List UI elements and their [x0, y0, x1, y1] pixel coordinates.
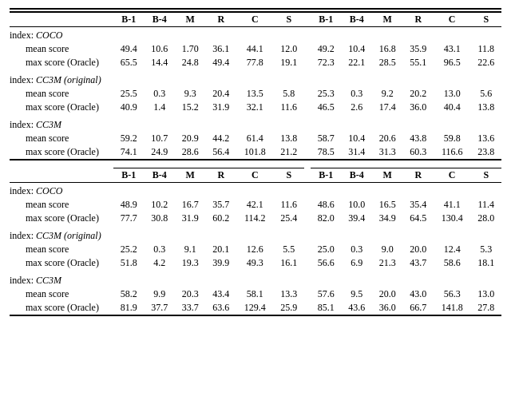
cell-k40-0: 57.6 — [311, 287, 342, 301]
cell-k40-2: 34.9 — [372, 212, 403, 225]
cell-k20-2: 19.3 — [175, 256, 206, 270]
cell-k5-5: 11.6 — [273, 101, 304, 114]
cell-k10-3: 35.9 — [402, 42, 434, 56]
row-label: max score (Oracle) — [10, 301, 113, 315]
cell-k20-5: 11.6 — [273, 198, 304, 212]
col-s-k5: S — [273, 12, 304, 27]
col-s-k40: S — [470, 168, 501, 183]
cell-k5-5: 21.2 — [273, 145, 304, 160]
cell-k40-3: 66.7 — [402, 301, 434, 315]
cell-k20-2: 20.3 — [175, 287, 206, 301]
cell-k20-0: 25.2 — [113, 243, 145, 256]
cell-k10-0: 46.5 — [311, 101, 342, 114]
cell-k40-0: 25.0 — [311, 243, 342, 256]
cell-k5-3: 56.4 — [206, 145, 237, 160]
cell-k5-3: 49.4 — [206, 56, 237, 69]
cell-k10-3: 55.1 — [402, 56, 434, 69]
cell-k20-0: 51.8 — [113, 256, 145, 270]
cell-k5-1: 1.4 — [145, 101, 176, 114]
index-label-2: index: CC3M — [10, 114, 501, 132]
cell-k10-1: 0.3 — [341, 87, 372, 101]
cell-k5-2: 1.70 — [175, 42, 206, 56]
row-label: mean score — [10, 87, 113, 101]
col-s-k20: S — [273, 168, 304, 183]
col-b4-k20: B-4 — [145, 168, 176, 183]
cell-k5-3: 44.2 — [206, 132, 237, 145]
row-label: max score (Oracle) — [10, 56, 113, 69]
cell-k5-5: 13.8 — [273, 132, 304, 145]
col-c-k20: C — [236, 168, 273, 183]
cell-k40-0: 48.6 — [311, 198, 342, 212]
cell-k20-1: 30.8 — [145, 212, 176, 225]
cell-k5-2: 20.9 — [175, 132, 206, 145]
cell-k40-1: 39.4 — [341, 212, 372, 225]
cell-k5-4: 61.4 — [236, 132, 273, 145]
cell-k10-2: 16.8 — [372, 42, 403, 56]
cell-k20-3: 63.6 — [206, 301, 237, 315]
cell-k40-5: 13.0 — [470, 287, 501, 301]
cell-k20-0: 81.9 — [113, 301, 145, 315]
cell-k5-1: 10.7 — [145, 132, 176, 145]
cell-k20-3: 39.9 — [206, 256, 237, 270]
cell-k40-3: 64.5 — [402, 212, 434, 225]
row-label: mean score — [10, 243, 113, 256]
cell-k5-4: 101.8 — [236, 145, 273, 160]
cell-k5-2: 9.3 — [175, 87, 206, 101]
cell-k5-0: 74.1 — [113, 145, 145, 160]
cell-k20-4: 129.4 — [236, 301, 273, 315]
cell-k40-2: 21.3 — [372, 256, 403, 270]
col-m-k40: M — [372, 168, 403, 183]
col-m-k10: M — [372, 12, 403, 27]
cell-k20-3: 35.7 — [206, 198, 237, 212]
cell-k10-0: 58.7 — [311, 132, 342, 145]
row-label: max score (Oracle) — [10, 101, 113, 114]
cell-k20-2: 16.7 — [175, 198, 206, 212]
cell-k20-1: 10.2 — [145, 198, 176, 212]
cell-k10-3: 36.0 — [402, 101, 434, 114]
cell-k40-2: 36.0 — [372, 301, 403, 315]
cell-k10-5: 22.6 — [470, 56, 501, 69]
col-c-k40: C — [434, 168, 470, 183]
cell-k40-3: 43.0 — [402, 287, 434, 301]
cell-k5-3: 36.1 — [206, 42, 237, 56]
cell-k10-4: 59.8 — [434, 132, 470, 145]
index-label-2: index: CC3M — [10, 270, 501, 287]
cell-k40-5: 11.4 — [470, 198, 501, 212]
col-b1-k20: B-1 — [113, 168, 145, 183]
cell-k10-0: 49.2 — [311, 42, 342, 56]
cell-k10-4: 43.1 — [434, 42, 470, 56]
cell-k20-0: 77.7 — [113, 212, 145, 225]
cell-k40-5: 27.8 — [470, 301, 501, 315]
cell-k5-0: 65.5 — [113, 56, 145, 69]
cell-k5-0: 49.4 — [113, 42, 145, 56]
cell-k20-1: 0.3 — [145, 243, 176, 256]
cell-k10-5: 13.8 — [470, 101, 501, 114]
cell-k5-4: 13.5 — [236, 87, 273, 101]
cell-k5-2: 28.6 — [175, 145, 206, 160]
cell-k5-4: 44.1 — [236, 42, 273, 56]
row-label: max score (Oracle) — [10, 256, 113, 270]
cell-k5-2: 24.8 — [175, 56, 206, 69]
cell-k5-0: 40.9 — [113, 101, 145, 114]
cell-k20-3: 43.4 — [206, 287, 237, 301]
cell-k10-5: 13.6 — [470, 132, 501, 145]
cell-k20-4: 12.6 — [236, 243, 273, 256]
cell-k5-1: 10.6 — [145, 42, 176, 56]
cell-k5-4: 77.8 — [236, 56, 273, 69]
col-s-k10: S — [470, 12, 501, 27]
cell-k20-3: 60.2 — [206, 212, 237, 225]
cell-k20-4: 114.2 — [236, 212, 273, 225]
cell-k10-2: 17.4 — [372, 101, 403, 114]
cell-k10-0: 78.5 — [311, 145, 342, 160]
cell-k10-3: 60.3 — [402, 145, 434, 160]
cell-k40-4: 12.4 — [434, 243, 470, 256]
cell-k20-5: 25.4 — [273, 212, 304, 225]
row-label: mean score — [10, 42, 113, 56]
cell-k10-1: 10.4 — [341, 132, 372, 145]
cell-k40-2: 9.0 — [372, 243, 403, 256]
index-label-1: index: CC3M (original) — [10, 225, 501, 243]
cell-k20-0: 48.9 — [113, 198, 145, 212]
col-b4-k40: B-4 — [341, 168, 372, 183]
cell-k10-4: 13.0 — [434, 87, 470, 101]
cell-k10-1: 10.4 — [341, 42, 372, 56]
